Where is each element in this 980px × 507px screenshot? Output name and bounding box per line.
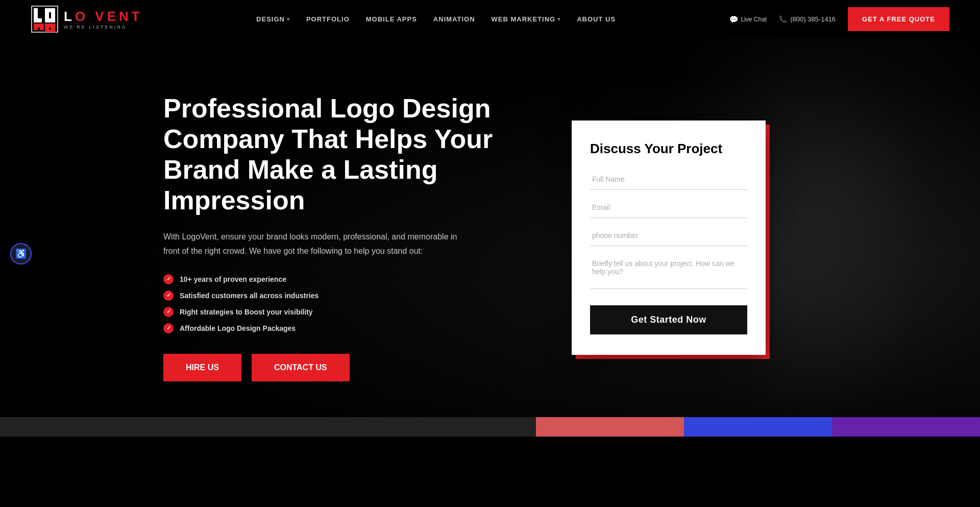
email-input[interactable] <box>590 197 747 218</box>
accessibility-button[interactable]: ♿ <box>10 243 32 264</box>
phone-icon: 📞 <box>779 15 787 23</box>
svg-rect-7 <box>51 8 55 22</box>
brand-sub: WE'RE LISTENING <box>64 25 143 30</box>
nav-animation[interactable]: ANIMATION <box>433 15 475 23</box>
feature-item-3: ✓ Affordable Logo Design Packages <box>163 323 531 333</box>
feature-list: ✓ 10+ years of proven experience ✓ Satis… <box>163 274 531 333</box>
nav-links: DESIGN ▾ PORTFOLIO MOBILE APPS ANIMATION… <box>256 15 616 23</box>
contact-form-card: Discuss Your Project Get Started Now <box>572 120 766 355</box>
feature-item-0: ✓ 10+ years of proven experience <box>163 274 531 284</box>
svg-rect-12 <box>45 23 49 30</box>
strip-dark <box>0 417 536 437</box>
chat-icon: 💬 <box>729 15 738 23</box>
contact-us-button[interactable]: Contact Us <box>252 354 350 381</box>
email-group <box>590 197 747 218</box>
navbar: LO VENT WE'RE LISTENING DESIGN ▾ PORTFOL… <box>0 0 980 38</box>
message-group <box>590 253 747 291</box>
check-icon-2: ✓ <box>163 307 174 317</box>
hero-description: With LogoVent, ensure your brand looks m… <box>163 230 459 257</box>
logo[interactable]: LO VENT WE'RE LISTENING <box>31 5 143 33</box>
brand-name: LO VENT <box>64 9 143 25</box>
nav-mobile-apps[interactable]: MOBILE APPS <box>366 15 417 23</box>
hire-us-button[interactable]: Hire US <box>163 354 241 381</box>
message-textarea[interactable] <box>590 253 747 289</box>
full-name-input[interactable] <box>590 169 747 190</box>
bottom-strip <box>0 417 980 437</box>
form-title: Discuss Your Project <box>590 141 747 157</box>
hero-right: Discuss Your Project Get Started Now <box>572 120 766 355</box>
feature-item-1: ✓ Satisfied customers all across industr… <box>163 291 531 301</box>
logo-text: LO VENT WE'RE LISTENING <box>64 9 143 30</box>
svg-rect-10 <box>40 28 44 30</box>
web-marketing-arrow: ▾ <box>557 16 560 22</box>
phone-group <box>590 225 747 246</box>
nav-design[interactable]: DESIGN ▾ <box>256 15 290 23</box>
nav-right: 💬 Live Chat 📞 (800) 385-1416 GET A FREE … <box>729 7 950 31</box>
design-arrow: ▾ <box>287 16 290 22</box>
submit-button[interactable]: Get Started Now <box>590 305 747 334</box>
strip-red <box>536 417 684 437</box>
logo-icon <box>31 5 59 33</box>
nav-web-marketing[interactable]: WEB MARKETING ▾ <box>492 15 561 23</box>
accessibility-icon: ♿ <box>15 248 27 259</box>
svg-rect-14 <box>45 30 55 32</box>
nav-portfolio[interactable]: PORTFOLIO <box>306 15 350 23</box>
hero-title: Professional Logo Design Company That He… <box>163 93 531 215</box>
svg-rect-2 <box>34 8 38 18</box>
nav-about-us[interactable]: ABOUT US <box>577 15 616 23</box>
phone-nav[interactable]: 📞 (800) 385-1416 <box>779 15 836 23</box>
svg-rect-13 <box>51 23 55 30</box>
check-icon-3: ✓ <box>163 323 174 333</box>
full-name-group <box>590 169 747 190</box>
check-icon-1: ✓ <box>163 291 174 301</box>
hero-buttons: Hire US Contact Us <box>163 354 531 381</box>
strip-blue <box>684 417 832 437</box>
get-free-quote-button[interactable]: GET A FREE QUOTE <box>848 7 949 31</box>
strip-purple <box>832 417 980 437</box>
live-chat-link[interactable]: 💬 Live Chat <box>729 15 767 23</box>
phone-input[interactable] <box>590 225 747 246</box>
svg-rect-9 <box>34 23 38 30</box>
feature-item-2: ✓ Right strategies to Boost your visibil… <box>163 307 531 317</box>
hero-section: Professional Logo Design Company That He… <box>0 38 980 437</box>
hero-left: Professional Logo Design Company That He… <box>163 93 531 381</box>
svg-rect-3 <box>34 18 42 22</box>
svg-rect-6 <box>45 8 49 22</box>
check-icon-0: ✓ <box>163 274 174 284</box>
